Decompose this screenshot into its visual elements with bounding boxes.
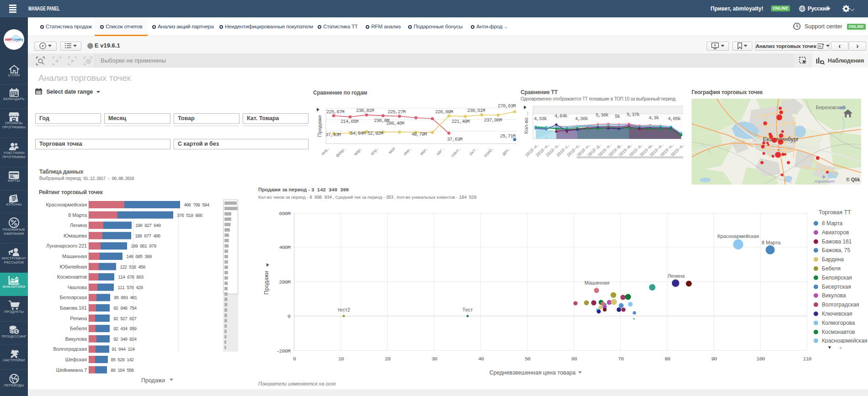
svg-text:95 003 401: 95 003 401 <box>114 296 137 301</box>
svg-text:Волгоградская: Волгоградская <box>53 346 87 352</box>
svg-text:Луначарского 221: Луначарского 221 <box>46 243 87 248</box>
svg-text:Шефская: Шефская <box>65 357 87 362</box>
svg-text:окт.: окт. <box>468 146 479 157</box>
svg-text:200M: 200M <box>279 279 291 285</box>
svg-text:0: 0 <box>293 356 296 362</box>
svg-text:48,79M: 48,79M <box>411 132 427 137</box>
svg-text:Машинная: Машинная <box>585 280 610 285</box>
svg-text:208,46M: 208,46M <box>386 121 404 126</box>
svg-text:30: 30 <box>431 356 437 362</box>
svg-text:237,06M: 237,06M <box>484 117 502 123</box>
svg-text:37,63M: 37,63M <box>447 137 463 142</box>
svg-text:© Qlik: © Qlik <box>846 177 860 182</box>
svg-text:52,92M: 52,92M <box>367 131 383 136</box>
svg-text:$: $ <box>15 329 17 334</box>
svg-text:февр.: февр. <box>335 146 347 158</box>
svg-text:Репина: Репина <box>70 316 87 321</box>
svg-text:мая: мая <box>388 146 396 155</box>
svg-text:190 827 040: 190 827 040 <box>135 223 161 228</box>
svg-text:Тест: Тест <box>463 307 473 312</box>
svg-text:-200M: -200M <box>276 348 290 354</box>
svg-text:91 044 124: 91 044 124 <box>112 347 135 352</box>
svg-text:Юбилейная: Юбилейная <box>59 264 87 269</box>
svg-text:янв.: янв. <box>320 146 330 157</box>
svg-text:226,09M: 226,09M <box>435 109 453 115</box>
svg-text:376 519 886: 376 519 886 <box>177 213 202 218</box>
svg-text:июл.: июл. <box>419 146 429 157</box>
svg-text:5,36k: 5,36k <box>596 112 608 118</box>
svg-text:Викулова: Викулова <box>65 336 87 342</box>
svg-text:92 948 754: 92 948 754 <box>113 306 137 311</box>
svg-text:апр.: апр. <box>369 146 380 157</box>
svg-text:тест2: тест2 <box>337 307 350 312</box>
svg-text:дек.: дек. <box>501 146 511 157</box>
svg-text:221,48M: 221,48M <box>452 119 469 124</box>
svg-text:июн.: июн. <box>402 146 413 157</box>
svg-text:10: 10 <box>338 356 344 362</box>
svg-text:Кол-во ...: Кол-во ... <box>523 111 529 134</box>
svg-text:Космонавтов: Космонавтов <box>57 274 87 280</box>
svg-text:Березовский: Березовский <box>816 105 846 110</box>
svg-text:92 434 959: 92 434 959 <box>113 327 137 332</box>
svg-text:Юмашева: Юмашева <box>64 233 87 238</box>
svg-text:Чкалова: Чкалова <box>68 285 87 290</box>
svg-text:239,51M: 239,51M <box>467 108 485 113</box>
svg-text:85 529 142: 85 529 142 <box>111 358 134 363</box>
svg-text:169 861 979: 169 861 979 <box>131 244 156 249</box>
svg-text:4,84k: 4,84k <box>554 113 567 119</box>
svg-text:4,33k: 4,33k <box>534 116 547 121</box>
svg-text:сент.: сент. <box>450 146 463 158</box>
svg-text:100: 100 <box>756 356 765 362</box>
svg-text:20: 20 <box>385 356 391 362</box>
svg-text:Машинная: Машинная <box>62 253 87 259</box>
svg-text:149 685 399: 149 685 399 <box>126 254 152 259</box>
svg-text:Средневзвешенная цена товара: Средневзвешенная цена товара <box>490 370 576 376</box>
svg-text:Ленина: Ленина <box>70 222 87 228</box>
svg-text:37,93M: 37,93M <box>325 132 341 137</box>
svg-text:238,81M: 238,81M <box>356 108 374 113</box>
svg-text:Шейнкмана 7: Шейнкмана 7 <box>56 367 87 373</box>
svg-text:8 Марта: 8 Марта <box>761 240 781 245</box>
svg-text:80: 80 <box>665 356 671 362</box>
svg-text:40: 40 <box>478 356 484 362</box>
svg-text:5,37k: 5,37k <box>627 112 639 117</box>
svg-text:600M: 600M <box>279 211 291 216</box>
svg-text:авг.: авг. <box>435 146 446 157</box>
svg-text:92 340 824: 92 340 824 <box>113 337 137 342</box>
svg-text:90: 90 <box>711 356 717 362</box>
svg-text:50: 50 <box>525 356 531 362</box>
svg-text:Показатели изменяются на осях: Показатели изменяются на осях <box>258 381 336 386</box>
svg-text:111 576 428: 111 576 428 <box>117 285 143 290</box>
svg-text:4,36k: 4,36k <box>575 116 588 121</box>
svg-text:нояб.: нояб. <box>483 146 495 158</box>
svg-text:54,84M: 54,84M <box>350 131 366 136</box>
svg-text:ABM Loyalty: ABM Loyalty <box>5 38 23 42</box>
svg-text:4,3k: 4,3k <box>649 115 659 121</box>
svg-text:Ленина: Ленина <box>667 273 685 279</box>
svg-text:400M: 400M <box>279 244 291 250</box>
svg-text:270,63M: 270,63M <box>498 103 516 109</box>
svg-text:92 527 027: 92 527 027 <box>113 317 137 322</box>
svg-text:70: 70 <box>618 356 624 362</box>
svg-text:Красноармейская: Красноармейская <box>717 233 759 239</box>
svg-text:Продажи: Продажи <box>317 115 322 137</box>
svg-text:✈: ✈ <box>821 174 826 180</box>
svg-text:Белоярская: Белоярская <box>60 295 87 300</box>
svg-text:110: 110 <box>803 356 812 362</box>
svg-text:Продажи: Продажи <box>263 271 270 295</box>
svg-text:0: 0 <box>288 313 291 319</box>
svg-text:188 677 406: 188 677 406 <box>135 234 160 239</box>
svg-text:Бажова 161: Бажова 161 <box>60 305 87 311</box>
svg-text:122 518 450: 122 518 450 <box>120 265 145 270</box>
svg-text:25,71M: 25,71M <box>500 133 516 139</box>
svg-text:114 678 603: 114 678 603 <box>118 275 144 280</box>
svg-text:5k: 5k <box>615 114 620 119</box>
svg-text:Продажи: Продажи <box>141 377 165 384</box>
svg-text:60: 60 <box>571 356 577 362</box>
svg-text:214,65M: 214,65M <box>341 119 358 124</box>
svg-text:4,05k: 4,05k <box>668 116 681 121</box>
svg-text:80 164 558: 80 164 558 <box>111 368 134 373</box>
svg-text:8 Марта: 8 Марта <box>68 212 87 218</box>
svg-text:225,87M: 225,87M <box>326 109 344 115</box>
svg-text:мар.: мар. <box>353 146 363 157</box>
